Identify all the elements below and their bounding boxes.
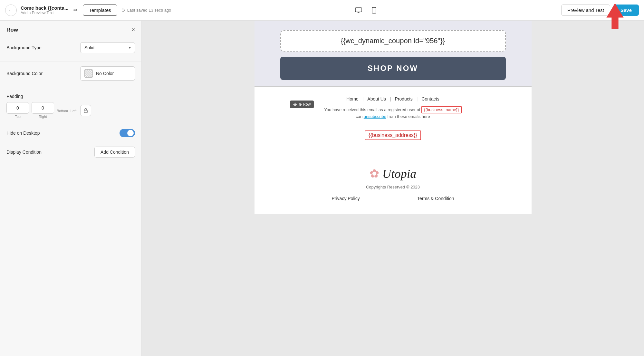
padding-left-label: Left: [71, 109, 76, 113]
background-type-row: Background Type Solid ▾: [6, 42, 135, 53]
unsubscribe-link[interactable]: unsubscribe: [364, 114, 386, 119]
brand-section: ✿ Utopia Copyrights Reserved © 2023 Priv…: [255, 154, 532, 211]
topbar-center: [353, 5, 380, 16]
business-name-tag: {{business_name}}: [421, 106, 461, 113]
close-panel-button[interactable]: ×: [131, 26, 135, 33]
coupon-section: {{wc_dynamic_coupon id="956"}} SHOP NOW: [255, 21, 532, 86]
business-address-tag: {{business_address}}: [365, 130, 421, 140]
preview-text-label: Add a Preview Text: [21, 11, 68, 15]
toggle-knob: [127, 130, 134, 136]
padding-section: Padding Top Right Bottom Left: [0, 89, 141, 124]
topbar-right: Preview and Test Save: [561, 5, 639, 16]
brand-name: Utopia: [382, 167, 417, 181]
hide-desktop-row: Hide on Desktop: [6, 129, 135, 137]
padding-inputs: Top Right Bottom Left: [6, 102, 135, 119]
left-panel: Row × Background Type Solid ▾ Background…: [0, 21, 142, 356]
padding-top-input[interactable]: [6, 102, 29, 114]
email-preview: {{wc_dynamic_coupon id="956"}} SHOP NOW …: [255, 21, 532, 214]
padding-right-group: Right: [32, 102, 54, 119]
background-color-row: Background Color No Color: [6, 66, 135, 81]
bg-type-dropdown[interactable]: Solid ▾: [80, 42, 135, 53]
canvas-area[interactable]: {{wc_dynamic_coupon id="956"}} SHOP NOW …: [142, 21, 644, 356]
padding-right-input[interactable]: [32, 102, 54, 114]
mobile-icon: [372, 7, 376, 14]
padding-bottom-label: Bottom: [57, 109, 68, 113]
padding-right-label: Right: [39, 115, 47, 119]
svg-rect-0: [355, 8, 362, 12]
lock-icon: [83, 108, 88, 113]
panel-title: Row: [6, 27, 18, 33]
footer-address-row: {{business_address}}: [267, 128, 519, 143]
brand-logo: ✿ Utopia: [267, 167, 519, 181]
background-type-section: Background Type Solid ▾: [0, 38, 141, 62]
padding-label: Padding: [6, 94, 135, 99]
row-toolbar[interactable]: ⊕ Row: [290, 101, 314, 108]
preview-test-button[interactable]: Preview and Test: [561, 5, 610, 16]
padding-top-label: Top: [15, 115, 21, 119]
nav-item-about: About Us: [363, 96, 390, 101]
panel-header: Row ×: [0, 21, 141, 38]
nav-item-home: Home: [342, 96, 362, 101]
brand-flower-icon: ✿: [370, 167, 379, 180]
saved-status: ⏱ Last saved 13 secs ago: [121, 8, 171, 13]
background-color-section: Background Color No Color: [0, 62, 141, 89]
clock-icon: ⏱: [121, 8, 125, 13]
registered-text: You have received this email as a regist…: [324, 107, 420, 112]
desktop-view-button[interactable]: [353, 5, 364, 16]
dropdown-arrow-icon: ▾: [129, 45, 131, 50]
mobile-view-button[interactable]: [368, 5, 380, 16]
edit-title-button[interactable]: ✏: [72, 6, 79, 14]
shop-now-button[interactable]: SHOP NOW: [280, 57, 506, 80]
bg-color-picker[interactable]: No Color: [80, 66, 135, 81]
brand-links: Privacy Policy Terms & Condition: [267, 196, 519, 201]
save-button[interactable]: Save: [613, 5, 639, 16]
bg-color-label: Background Color: [6, 71, 43, 76]
hide-desktop-section: Hide on Desktop: [0, 124, 141, 142]
main-layout: Row × Background Type Solid ▾ Background…: [0, 21, 644, 356]
unsubscribe-after-text: from these emails here: [388, 114, 430, 119]
nav-item-products: Products: [391, 96, 417, 101]
padding-top-group: Top: [6, 102, 29, 119]
topbar-left: ← Come back {{conta... Add a Preview Tex…: [5, 5, 171, 16]
svg-point-2: [374, 12, 374, 13]
hide-desktop-label: Hide on Desktop: [6, 130, 40, 136]
footer-unsubscribe-line: can unsubscribe from these emails here: [267, 114, 519, 119]
row-toolbar-label: ⊕ Row: [299, 102, 311, 107]
color-swatch: [84, 69, 93, 78]
back-button[interactable]: ←: [5, 5, 17, 16]
nav-item-contacts: Contacts: [418, 96, 443, 101]
padding-lock-button[interactable]: [80, 105, 91, 116]
coupon-code-box: {{wc_dynamic_coupon id="956"}}: [280, 30, 506, 52]
display-condition-label: Display Condition: [6, 149, 42, 155]
move-icon: [293, 102, 297, 106]
templates-button[interactable]: Templates: [83, 5, 117, 16]
can-text: can: [356, 114, 362, 119]
terms-condition-link[interactable]: Terms & Condition: [417, 196, 454, 201]
svg-rect-4: [84, 110, 87, 113]
condition-row: Display Condition Add Condition: [6, 147, 135, 158]
condition-section: Display Condition Add Condition: [0, 142, 141, 162]
title-block: Come back {{conta... Add a Preview Text: [21, 5, 68, 15]
brand-copyright: Copyrights Reserved © 2023: [267, 185, 519, 189]
topbar: ← Come back {{conta... Add a Preview Tex…: [0, 0, 644, 21]
page-title: Come back {{conta...: [21, 5, 68, 11]
footer-dot: .: [267, 121, 519, 127]
bg-type-label: Background Type: [6, 45, 42, 50]
padding-left-group: Left: [71, 108, 76, 113]
add-condition-button[interactable]: Add Condition: [94, 147, 135, 158]
desktop-icon: [355, 7, 362, 13]
padding-bottom-group: Bottom: [57, 108, 68, 113]
hide-desktop-toggle[interactable]: [120, 129, 135, 137]
privacy-policy-link[interactable]: Privacy Policy: [332, 196, 360, 201]
color-value-label: No Color: [96, 71, 114, 76]
footer-section: Home | About Us | Products | Contacts Yo…: [255, 86, 532, 154]
bg-type-value: Solid: [84, 45, 94, 50]
